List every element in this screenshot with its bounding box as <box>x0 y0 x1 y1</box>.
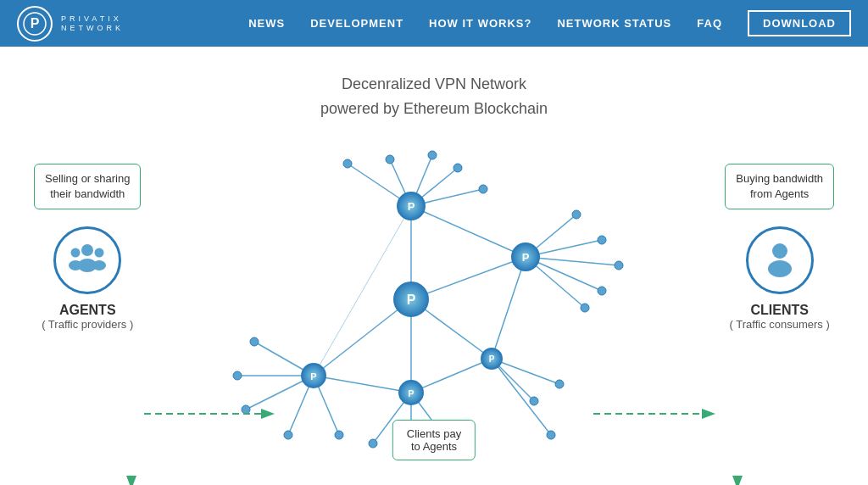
svg-line-11 <box>411 257 526 299</box>
svg-point-55 <box>335 431 343 439</box>
svg-point-44 <box>453 164 462 172</box>
agents-label-box: Selling or sharingtheir bandwidth <box>34 164 141 209</box>
svg-point-51 <box>250 337 259 346</box>
svg-point-60 <box>555 380 564 388</box>
svg-text:P: P <box>522 251 530 264</box>
svg-text:P: P <box>31 16 40 31</box>
svg-text:P: P <box>408 200 415 213</box>
svg-point-48 <box>615 261 623 270</box>
svg-point-53 <box>242 405 250 414</box>
svg-point-54 <box>284 431 292 439</box>
agents-avatar <box>53 226 121 294</box>
brand-name: PRIVATIX NETWORK <box>61 14 124 33</box>
svg-point-5 <box>69 260 82 270</box>
svg-line-32 <box>314 376 411 393</box>
logo-icon: P <box>17 6 53 42</box>
clients-title: CLIENTS <box>750 303 808 318</box>
main-content: Decenralized VPN Network powered by Ethe… <box>0 47 868 485</box>
title-line2: powered by Ethereum Blockchain <box>0 97 868 121</box>
nav-news[interactable]: NEWS <box>248 17 285 30</box>
agents-subtitle: ( Traffic providers ) <box>42 318 133 331</box>
header: P PRIVATIX NETWORK NEWS DEVELOPMENT HOW … <box>0 0 868 47</box>
svg-point-4 <box>71 248 81 257</box>
agents-title: AGENTS <box>59 303 116 318</box>
download-button[interactable]: DOWNLOAD <box>748 10 851 36</box>
svg-point-41 <box>343 159 352 168</box>
title-area: Decenralized VPN Network powered by Ethe… <box>0 47 868 121</box>
logo-area: P PRIVATIX NETWORK <box>17 6 124 42</box>
svg-point-45 <box>479 185 487 193</box>
svg-point-52 <box>233 371 242 380</box>
svg-point-2 <box>81 244 93 256</box>
svg-point-43 <box>428 151 437 159</box>
svg-point-56 <box>369 439 377 448</box>
clients-subtitle: ( Traffic consumers ) <box>730 318 830 331</box>
navigation: NEWS DEVELOPMENT HOW IT WORKS? NETWORK S… <box>248 10 851 36</box>
svg-point-59 <box>530 397 538 405</box>
nav-development[interactable]: DEVELOPMENT <box>310 17 403 30</box>
svg-point-61 <box>547 431 555 439</box>
svg-point-6 <box>95 248 104 257</box>
svg-line-12 <box>314 299 411 376</box>
svg-text:P: P <box>408 388 414 399</box>
svg-point-9 <box>768 260 792 277</box>
svg-point-49 <box>598 287 606 295</box>
clients-area: Buying bandwidthfrom Agents CLIENTS ( Tr… <box>725 164 834 331</box>
nav-network-status[interactable]: NETWORK STATUS <box>557 17 671 30</box>
svg-text:P: P <box>310 371 316 382</box>
clients-avatar <box>746 226 814 294</box>
svg-line-26 <box>492 257 526 359</box>
svg-point-47 <box>598 236 606 244</box>
svg-text:P: P <box>489 354 495 364</box>
svg-point-50 <box>581 304 589 312</box>
nav-faq[interactable]: FAQ <box>697 17 722 30</box>
agents-area: Selling or sharingtheir bandwidth AGENTS… <box>34 164 141 331</box>
svg-point-46 <box>572 210 581 219</box>
svg-point-7 <box>92 260 106 270</box>
network-diagram: P P P P P P <box>170 138 653 460</box>
clients-label-box: Buying bandwidthfrom Agents <box>725 164 834 209</box>
svg-line-20 <box>411 206 526 257</box>
nav-how-it-works[interactable]: HOW IT WORKS? <box>429 17 531 30</box>
title-line1: Decenralized VPN Network <box>0 72 868 97</box>
payment-label-box: Clients payto Agents <box>392 420 476 460</box>
svg-line-36 <box>411 359 492 393</box>
svg-point-8 <box>772 243 787 259</box>
svg-text:P: P <box>407 293 416 307</box>
svg-point-42 <box>386 155 394 164</box>
diagram: Selling or sharingtheir bandwidth AGENTS… <box>0 130 868 485</box>
